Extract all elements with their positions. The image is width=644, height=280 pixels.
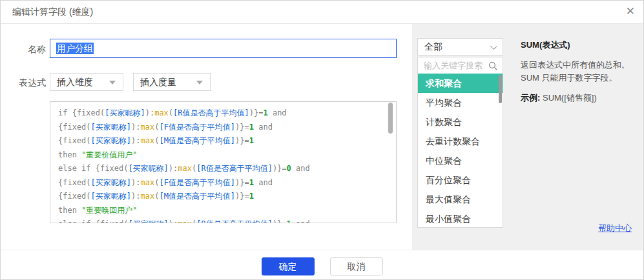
function-list: 求和聚合平均聚合计数聚合去重计数聚合中位聚合百分位聚合最大值聚合最小值聚合 bbox=[417, 74, 503, 228]
list-scrollbar-thumb[interactable] bbox=[499, 75, 502, 103]
category-select-value: 全部 bbox=[424, 41, 442, 52]
insert-dimension-dropdown[interactable]: 插入维度 bbox=[50, 73, 123, 91]
code-line: else if {fixed([买家昵称]):max([R值是否高于平均值])}… bbox=[58, 162, 388, 176]
dialog-footer: 确定 取消 bbox=[1, 250, 643, 280]
code-line: {fixed([买家昵称]):max([M值是否高于平均值])}=1 bbox=[58, 190, 388, 204]
editor-scrollbar-thumb[interactable] bbox=[388, 103, 393, 134]
function-example: 示例: SUM([销售额]) bbox=[521, 92, 638, 104]
function-list-item[interactable]: 最大值聚合 bbox=[418, 190, 503, 209]
insert-measure-label: 插入度量 bbox=[140, 77, 176, 87]
code-line: then "重要唤回用户" bbox=[58, 204, 388, 218]
code-line: if {fixed([买家昵称]):max([R值是否高于平均值])}=1 an… bbox=[58, 106, 388, 121]
dialog-header: 编辑计算字段 (维度) ✕ bbox=[1, 1, 643, 24]
close-icon[interactable]: ✕ bbox=[626, 5, 635, 18]
insert-measure-dropdown[interactable]: 插入度量 bbox=[133, 73, 211, 91]
name-input-selected-text: 用户分组 bbox=[56, 43, 94, 54]
function-list-item[interactable]: 百分位聚合 bbox=[418, 170, 503, 190]
help-center-link[interactable]: 帮助中心 bbox=[598, 223, 632, 234]
caret-down-icon bbox=[196, 81, 203, 85]
function-list-item[interactable]: 计数聚合 bbox=[418, 112, 503, 132]
function-help-panel: SUM(表达式) 返回表达式中所有值的总和。SUM 只能用于数字字段。 示例: … bbox=[521, 39, 638, 104]
function-signature: SUM(表达式) bbox=[521, 39, 638, 51]
name-label: 名称 bbox=[1, 44, 46, 55]
chevron-down-icon bbox=[490, 43, 497, 50]
code-line: {fixed([买家昵称]):max([F值是否高于平均值])}=1 and bbox=[58, 176, 388, 190]
search-box bbox=[417, 57, 503, 74]
code-line: then "重要价值用户" bbox=[58, 148, 388, 163]
search-icon bbox=[488, 61, 497, 70]
function-list-item[interactable]: 最小值聚合 bbox=[418, 209, 503, 228]
cancel-button[interactable]: 取消 bbox=[330, 257, 383, 275]
function-description: 返回表达式中所有值的总和。SUM 只能用于数字字段。 bbox=[521, 59, 638, 85]
dialog-title: 编辑计算字段 (维度) bbox=[12, 6, 93, 18]
insert-dimension-label: 插入维度 bbox=[57, 77, 93, 87]
code-editor[interactable]: if {fixed([买家昵称]):max([R值是否高于平均值])}=1 an… bbox=[50, 101, 397, 223]
expression-label: 表达式 bbox=[1, 77, 46, 89]
function-list-item[interactable]: 中位聚合 bbox=[418, 151, 503, 170]
example-label: 示例: bbox=[521, 93, 540, 103]
name-input[interactable]: 用户分组 bbox=[50, 39, 397, 58]
code-line: {fixed([买家昵称]):max([F值是否高于平均值])}=1 and bbox=[58, 121, 388, 135]
caret-down-icon bbox=[109, 81, 116, 85]
function-list-item[interactable]: 求和聚合 bbox=[418, 74, 503, 93]
example-value: SUM([销售额]) bbox=[540, 93, 596, 103]
code-line: {fixed([买家昵称]):max([M值是否高于平均值])}=1 bbox=[58, 134, 388, 148]
function-list-item[interactable]: 平均聚合 bbox=[418, 93, 503, 112]
code-line: else if {fixed([买家昵称]):max([R值是否高于平均值])}… bbox=[58, 217, 388, 223]
edit-calculated-field-dialog: 编辑计算字段 (维度) ✕ 名称 用户分组 表达式 插入维度 插入度量 if {… bbox=[0, 0, 644, 280]
function-list-item[interactable]: 去重计数聚合 bbox=[418, 132, 503, 151]
category-select[interactable]: 全部 bbox=[417, 38, 503, 55]
functions-panel: 全部 求和聚合平均聚合计数聚合去重计数聚合中位聚合百分位聚合最大值聚合最小值聚合… bbox=[412, 24, 644, 250]
ok-button[interactable]: 确定 bbox=[262, 257, 315, 275]
